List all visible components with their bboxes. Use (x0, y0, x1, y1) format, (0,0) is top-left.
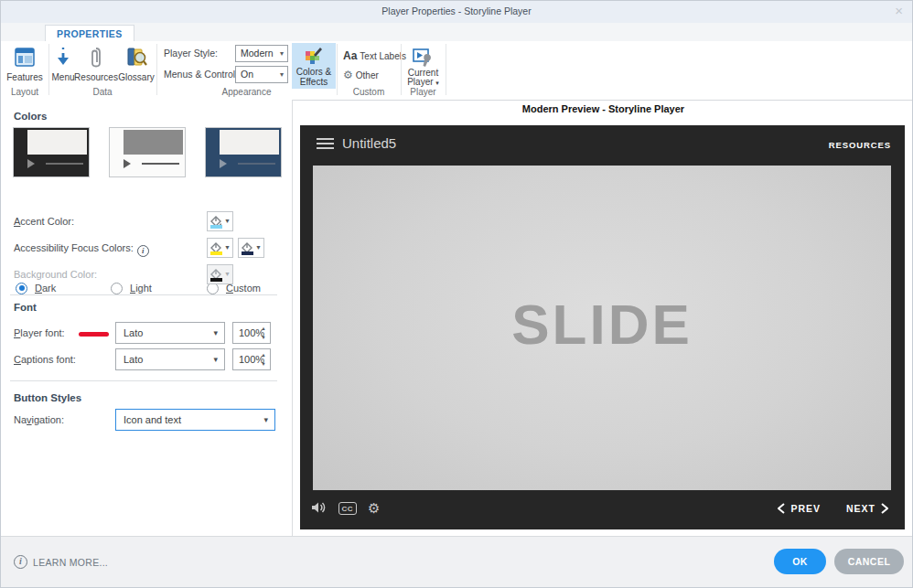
cancel-button[interactable]: CANCEL (834, 549, 904, 574)
player-font-label: Player font: (14, 327, 65, 338)
prev-label: PREV (790, 503, 821, 514)
group-label-appearance: Appearance (156, 87, 337, 97)
player-controls: CC ⚙ PREV NEXT (300, 490, 905, 529)
colors-heading: Colors (14, 111, 47, 122)
chevron-down-icon: ▼ (224, 218, 231, 224)
chevron-down-icon: ▼ (255, 244, 262, 251)
text-labels-label: Text Labels (360, 51, 406, 61)
chevron-down-icon: ▾ (263, 410, 268, 430)
focus-color-swatch-navy (242, 251, 253, 255)
chevron-down-icon: ▾ (213, 349, 218, 369)
group-label-data: Data (48, 87, 156, 97)
radio-dark[interactable]: Dark (16, 282, 56, 294)
navigation-value: Icon and text (124, 414, 181, 425)
divider (10, 294, 277, 295)
radio-dot (111, 283, 123, 294)
next-button[interactable]: NEXT (846, 503, 888, 514)
hamburger-menu-icon[interactable] (317, 138, 334, 151)
tab-properties[interactable]: PROPERTIES (45, 25, 134, 42)
other-label: Other (356, 70, 379, 80)
theme-thumbnail-dark[interactable] (13, 127, 90, 177)
seekbar (142, 163, 179, 165)
close-icon[interactable]: × (895, 4, 903, 18)
spinner-up-icon[interactable]: ▲ (259, 350, 268, 359)
spinner-down-icon[interactable]: ▼ (259, 333, 268, 342)
annotation-red-mark (79, 332, 109, 337)
accent-color-label: Accent Color: (14, 216, 74, 227)
ribbon: Features Layout Menu Resources (1, 41, 912, 101)
gear-icon: ⚙ (343, 69, 353, 81)
background-color-swatch (210, 278, 222, 282)
navigation-dropdown[interactable]: Icon and text ▾ (115, 409, 275, 431)
captions-font-value: Lato (124, 354, 143, 365)
colors-effects-button[interactable]: Colors & Effects (292, 43, 336, 89)
seekbar (46, 163, 83, 165)
chevron-right-icon (881, 503, 888, 514)
text-labels-button[interactable]: AaText Labels (343, 49, 406, 66)
thumb-content (220, 130, 279, 155)
prev-button[interactable]: PREV (778, 503, 821, 514)
divider (10, 380, 277, 381)
settings-gear-icon[interactable]: ⚙ (368, 501, 380, 516)
captions-font-label: Captions font: (14, 354, 76, 365)
settings-panel: Colors Dark Light Custom (1, 100, 292, 536)
glossary-icon (114, 47, 158, 70)
play-icon (220, 159, 227, 168)
radio-light[interactable]: Light (111, 282, 152, 294)
paperclip-icon (74, 47, 118, 70)
focus-color-swatch-yellow (210, 251, 222, 255)
player-font-size-spinner[interactable]: 100% ▲▼ (232, 322, 271, 344)
chevron-down-icon: ▼ (224, 271, 231, 277)
features-icon (3, 47, 47, 70)
dialog-footer: i LEARN MORE... OK CANCEL (1, 536, 912, 588)
seekbar (238, 163, 275, 165)
current-player-button[interactable]: Current Player ▾ (401, 43, 446, 87)
learn-more-link[interactable]: i LEARN MORE... (14, 555, 108, 569)
info-icon[interactable]: i (137, 245, 149, 257)
chevron-down-icon: ▾ (280, 67, 284, 82)
titlebar: Player Properties - Storyline Player × (1, 1, 912, 23)
ok-button[interactable]: OK (774, 549, 826, 574)
panel-divider (292, 100, 293, 536)
accessibility-focus-label: Accessibility Focus Colors:i (14, 242, 149, 257)
accent-color-picker[interactable]: ▼ (207, 211, 233, 231)
chevron-left-icon (778, 503, 785, 514)
captions-font-dropdown[interactable]: Lato ▾ (115, 348, 225, 370)
volume-icon[interactable] (311, 500, 328, 519)
button-styles-heading: Button Styles (14, 392, 81, 403)
ribbon-tab-row: PROPERTIES (1, 23, 912, 42)
ribbon-separator (446, 44, 446, 95)
player-font-dropdown[interactable]: Lato ▾ (115, 322, 225, 344)
slide-area: SLIDE (313, 166, 891, 490)
spinner-down-icon[interactable]: ▼ (259, 359, 268, 369)
theme-thumbnail-light[interactable] (109, 127, 186, 177)
player-font-value: Lato (124, 327, 143, 338)
background-color-picker: ▼ (207, 264, 233, 284)
font-heading: Font (14, 302, 37, 313)
chevron-down-icon: ▾ (280, 46, 284, 61)
theme-thumbnail-custom[interactable] (205, 127, 282, 177)
focus-color-picker-1[interactable]: ▼ (207, 238, 233, 258)
player-style-value: Modern (241, 48, 274, 59)
captions-font-size-spinner[interactable]: 100% ▲▼ (232, 348, 271, 370)
chevron-down-icon: ▾ (213, 323, 218, 343)
navigation-label: Navigation: (14, 414, 64, 425)
focus-color-picker-2[interactable]: ▼ (238, 238, 264, 258)
menus-controls-dropdown[interactable]: On ▾ (235, 66, 288, 83)
other-button[interactable]: ⚙Other (343, 69, 379, 85)
player-style-dropdown[interactable]: Modern ▾ (235, 45, 288, 62)
glossary-button[interactable]: Glossary (114, 43, 158, 87)
closed-captions-icon[interactable]: CC (338, 502, 357, 515)
menus-controls-value: On (241, 69, 253, 80)
play-icon (124, 159, 131, 168)
colors-effects-label: Colors & Effects (290, 67, 338, 87)
player-style-label: Player Style: (164, 48, 218, 59)
thumb-content (27, 130, 87, 155)
aa-icon: Aa (343, 49, 357, 62)
group-label-player: Player (401, 87, 446, 97)
group-label-custom: Custom (337, 87, 401, 97)
spinner-up-icon[interactable]: ▲ (259, 324, 268, 333)
slide-placeholder: SLIDE (313, 292, 891, 357)
resources-tab[interactable]: RESOURCES (829, 140, 891, 150)
accent-color-swatch (210, 225, 222, 229)
